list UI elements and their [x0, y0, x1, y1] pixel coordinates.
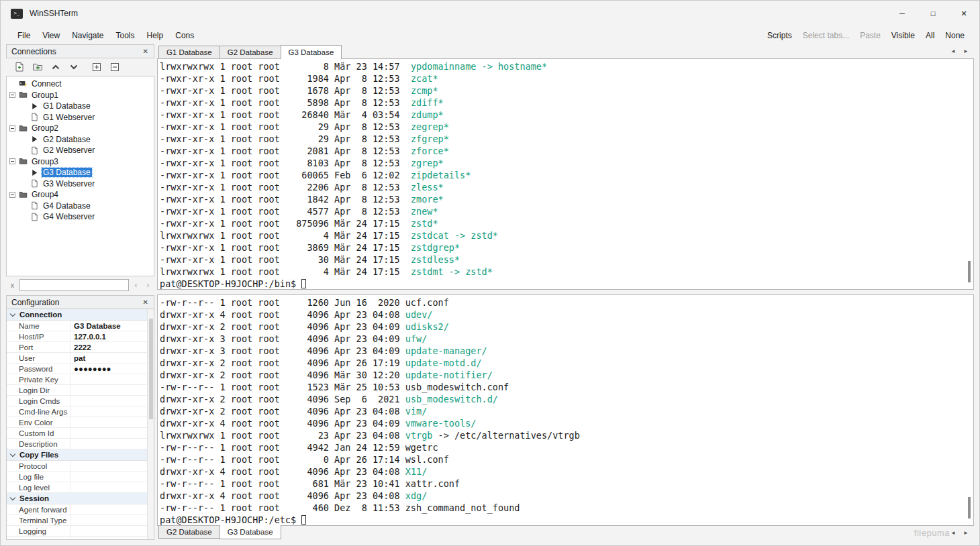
search-clear-button[interactable]: x — [7, 279, 17, 291]
tree-item-g1-webserver[interactable]: G1 Webserver — [7, 112, 154, 123]
search-prev-button[interactable]: ‹ — [131, 279, 141, 291]
top-tab-g3-database[interactable]: G3 Database — [281, 45, 342, 59]
pane-splitter[interactable] — [157, 290, 974, 294]
collapse-all-icon[interactable] — [109, 62, 120, 72]
config-section-connection[interactable]: Connection — [7, 309, 147, 321]
config-value-port[interactable]: 2222 — [70, 342, 147, 352]
tree-collapse-icon[interactable] — [9, 92, 15, 98]
connections-close-icon[interactable]: ✕ — [142, 48, 149, 55]
tree-item-g1-database[interactable]: G1 Database — [7, 101, 154, 112]
configuration-scrollbar[interactable] — [147, 309, 154, 539]
tree-collapse-icon[interactable] — [9, 158, 15, 164]
config-value-logging[interactable] — [70, 526, 147, 536]
config-value-password[interactable]: ●●●●●●●● — [70, 364, 147, 374]
config-value-login-dir[interactable] — [70, 385, 147, 395]
chevron-down-icon — [10, 494, 15, 500]
tree-collapse-icon[interactable] — [9, 192, 15, 198]
select-tabs-button[interactable]: Select tabs... — [797, 28, 854, 43]
config-value-log-file[interactable] — [70, 472, 147, 482]
config-value-host-ip[interactable]: 127.0.0.1 — [70, 331, 147, 341]
terminal-top-scrollbar[interactable] — [967, 60, 971, 288]
config-label-log-file: Log file — [7, 472, 70, 482]
move-down-icon[interactable] — [68, 62, 79, 72]
terminal-bottom-scrollbar[interactable] — [967, 296, 971, 524]
paste-button[interactable]: Paste — [854, 28, 886, 43]
add-folder-icon[interactable] — [32, 62, 43, 72]
config-value-agent-forward[interactable] — [70, 504, 147, 514]
move-up-icon[interactable] — [50, 62, 61, 72]
config-value-private-key[interactable] — [70, 374, 147, 384]
bottom-tab-g3-database[interactable]: G3 Database — [219, 525, 281, 539]
tree-item-group4[interactable]: Group4 — [7, 189, 154, 201]
config-value-log-level[interactable] — [70, 482, 147, 492]
configuration-close-icon[interactable]: ✕ — [142, 298, 149, 306]
none-button[interactable]: None — [940, 28, 970, 43]
tab-scroll-right-icon[interactable]: ► — [961, 528, 971, 539]
tab-scroll-right-icon[interactable]: ► — [961, 46, 971, 57]
menu-cons[interactable]: Cons — [169, 28, 200, 43]
tree-item-g3-database[interactable]: G3 Database — [7, 167, 154, 178]
config-section-session[interactable]: Session — [7, 493, 147, 504]
visible-button[interactable]: Visible — [886, 28, 920, 43]
tree-item-g2-webserver[interactable]: G2 Webserver — [7, 145, 154, 156]
tree-item-g3-webserver[interactable]: G3 Webserver — [7, 178, 154, 190]
terminal-prompt-line: pat@DESKTOP-H9JOCHP:/bin$ — [160, 278, 964, 290]
tree-item-group3[interactable]: Group3 — [7, 156, 154, 168]
config-value-description[interactable] — [70, 439, 147, 449]
config-value-env-color[interactable] — [70, 417, 147, 427]
menu-view[interactable]: View — [36, 28, 66, 43]
config-value-login-cmds[interactable] — [70, 396, 147, 406]
tab-scroll-left-icon[interactable]: ◄ — [948, 528, 958, 539]
config-value-name[interactable]: G3 Database — [70, 321, 147, 331]
app-icon: >_ — [11, 9, 23, 19]
add-session-icon[interactable] — [14, 62, 25, 72]
terminal-prompt: pat@DESKTOP-H9JOCHP:/etc$ — [160, 514, 301, 525]
bottom-tab-g2-database[interactable]: G2 Database — [158, 526, 220, 539]
tree-item-g4-webserver[interactable]: G4 Webserver — [7, 211, 154, 223]
top-tab-g2-database[interactable]: G2 Database — [219, 46, 281, 58]
terminal-bottom-scrollbar-thumb[interactable] — [968, 497, 971, 518]
terminal-top-scrollbar-thumb[interactable] — [968, 261, 971, 282]
terminal-bottom[interactable]: -rw-r--r-- 1 root root 1260 Jun 16 2020 … — [157, 294, 974, 526]
config-label-description: Description — [7, 439, 70, 449]
expand-all-icon[interactable] — [91, 62, 102, 72]
tree-item-g2-database[interactable]: G2 Database — [7, 134, 154, 146]
minimize-button[interactable]: ─ — [887, 1, 918, 26]
config-value-custom-id[interactable] — [70, 428, 147, 438]
terminal-line: lrwxrwxrwx 1 root root 4 Mär 24 17:15 zs… — [160, 266, 964, 278]
tree-item-group2[interactable]: Group2 — [7, 123, 154, 134]
config-section-label: Connection — [19, 311, 62, 319]
configuration-scrollbar-thumb[interactable] — [149, 319, 153, 419]
config-value-protocol[interactable] — [70, 461, 147, 471]
config-row-login-cmds: Login Cmds — [7, 396, 147, 406]
tree-item-g4-database[interactable]: G4 Database — [7, 201, 154, 212]
config-value-user[interactable]: pat — [70, 353, 147, 363]
close-button[interactable]: ✕ — [948, 1, 979, 26]
tree-item-connect[interactable]: Connect — [7, 78, 154, 90]
config-value-terminal-type[interactable] — [70, 515, 147, 525]
top-tab-g1-database[interactable]: G1 Database — [158, 46, 220, 58]
tab-scroll-left-icon[interactable]: ◄ — [948, 46, 958, 57]
menu-help[interactable]: Help — [141, 28, 170, 43]
tree-search-input[interactable] — [19, 279, 129, 291]
scripts-button[interactable]: Scripts — [762, 28, 797, 43]
terminal-line: -rw-r--r-- 1 root root 4942 Jan 24 12:59… — [160, 441, 964, 453]
config-section-copy-files[interactable]: Copy Files — [7, 449, 147, 461]
config-label-log-file-name: Log file name — [7, 537, 70, 540]
terminal-line: -rwxr-xr-x 1 root root 1678 Apr 8 12:53 … — [160, 85, 964, 97]
config-section-label: Copy Files — [19, 451, 58, 459]
config-value-log-file-name[interactable] — [70, 537, 147, 540]
maximize-button[interactable]: □ — [918, 1, 948, 26]
tree-item-label: Group2 — [30, 123, 60, 133]
menu-file[interactable]: File — [11, 28, 36, 43]
search-next-button[interactable]: › — [143, 279, 153, 291]
tree-item-group1[interactable]: Group1 — [7, 90, 154, 101]
tree-collapse-icon[interactable] — [9, 125, 15, 131]
terminal-top[interactable]: lrwxrwxrwx 1 root root 8 Mär 23 14:57 yp… — [157, 58, 974, 290]
menu-navigate[interactable]: Navigate — [66, 28, 109, 43]
config-value-cmd-line-args[interactable] — [70, 406, 147, 417]
all-button[interactable]: All — [920, 28, 940, 43]
terminal-line: -rwxr-xr-x 1 root root 1984 Apr 8 12:53 … — [160, 72, 964, 85]
config-row-protocol: Protocol — [7, 461, 147, 472]
menu-tools[interactable]: Tools — [110, 28, 141, 43]
